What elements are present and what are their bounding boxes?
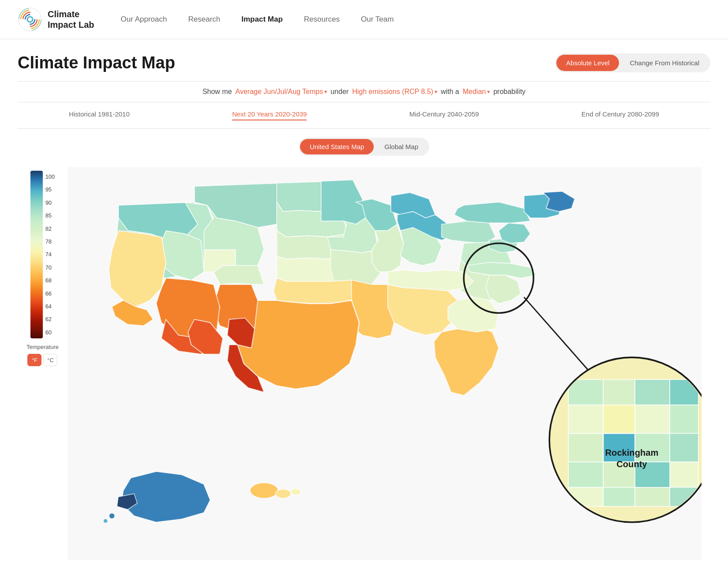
legend-title: Temperature	[26, 344, 59, 350]
legend-label-70: 70	[45, 262, 55, 274]
svg-rect-25	[568, 434, 603, 462]
under-label: under	[330, 88, 349, 96]
legend-label-82: 82	[45, 223, 55, 235]
legend-label-62: 62	[45, 313, 55, 325]
map-section: United States Map Global Map 100 95 90 8…	[18, 129, 710, 566]
legend-label-60: 60	[45, 326, 55, 338]
legend-label-66: 66	[45, 288, 55, 300]
logo-area: Climate Impact Lab	[18, 7, 94, 32]
svg-point-2	[25, 15, 35, 24]
svg-point-9	[250, 483, 278, 498]
svg-rect-23	[635, 405, 670, 434]
svg-rect-24	[670, 405, 698, 434]
svg-point-10	[275, 489, 290, 498]
svg-rect-19	[635, 379, 670, 405]
svg-rect-17	[568, 379, 603, 405]
filters-row: Show me Average Jun/Jul/Aug Temps under …	[18, 81, 710, 102]
svg-point-8	[104, 519, 108, 523]
page-header-row: Climate Impact Map Absolute Level Change…	[18, 53, 710, 72]
legend-color-bar	[30, 171, 43, 338]
nav-our-team[interactable]: Our Team	[361, 15, 394, 24]
legend-label-100: 100	[45, 171, 55, 183]
logo-icon	[18, 7, 42, 32]
probability-label: probability	[493, 88, 525, 96]
view-toggle-group: Absolute Level Change From Historical	[555, 53, 710, 72]
with-a-label: with a	[441, 88, 459, 96]
svg-text:County: County	[616, 459, 647, 469]
logo-line2: Impact Lab	[48, 19, 94, 30]
logo-text: Climate Impact Lab	[48, 9, 94, 30]
unit-toggle: °F °C	[27, 354, 57, 366]
page-title: Climate Impact Map	[18, 53, 175, 72]
variable-select[interactable]: Average Jun/Jul/Aug Temps	[236, 88, 327, 96]
svg-rect-32	[670, 462, 698, 487]
change-from-historical-button[interactable]: Change From Historical	[620, 55, 709, 71]
svg-point-11	[291, 489, 301, 495]
svg-rect-18	[603, 379, 635, 405]
legend: 100 95 90 85 82 78 74 70 68 66 64 62	[26, 166, 59, 561]
time-period-endcentury[interactable]: End of Century 2080-2099	[582, 110, 659, 120]
page-wrapper: Climate Impact Lab Our Approach Research…	[0, 0, 728, 566]
svg-rect-22	[603, 405, 635, 434]
map-toggle-group: United States Map Global Map	[299, 138, 429, 156]
svg-rect-21	[568, 405, 603, 434]
nav-resources[interactable]: Resources	[304, 15, 340, 24]
show-me-label: Show me	[203, 88, 232, 96]
legend-label-68: 68	[45, 274, 55, 286]
legend-label-90: 90	[45, 197, 55, 209]
svg-point-4	[21, 10, 39, 29]
celsius-button[interactable]: °C	[43, 354, 57, 366]
absolute-level-button[interactable]: Absolute Level	[556, 55, 619, 71]
us-map-button[interactable]: United States Map	[300, 139, 374, 154]
legend-label-74: 74	[45, 248, 55, 260]
svg-point-5	[19, 8, 41, 30]
time-period-next20[interactable]: Next 20 Years 2020-2039	[232, 110, 307, 120]
global-map-button[interactable]: Global Map	[375, 139, 428, 154]
map-container: 100 95 90 85 82 78 74 70 68 66 64 62	[18, 166, 710, 561]
legend-label-78: 78	[45, 236, 55, 247]
map-display[interactable]: Rockingham County	[68, 166, 702, 561]
time-periods-row: Historical 1981-2010 Next 20 Years 2020-…	[18, 102, 710, 129]
svg-rect-35	[635, 487, 670, 506]
svg-rect-34	[603, 487, 635, 506]
main-content: Climate Impact Map Absolute Level Change…	[0, 39, 728, 566]
time-period-midcentury[interactable]: Mid-Century 2040-2059	[409, 110, 479, 120]
logo-line1: Climate	[48, 9, 94, 19]
svg-text:Rockingham: Rockingham	[605, 448, 659, 457]
fahrenheit-button[interactable]: °F	[27, 354, 41, 366]
probability-select[interactable]: Median	[463, 88, 490, 96]
header: Climate Impact Lab Our Approach Research…	[0, 0, 728, 39]
legend-label-64: 64	[45, 300, 55, 312]
legend-label-85: 85	[45, 210, 55, 221]
nav-impact-map[interactable]: Impact Map	[241, 15, 283, 24]
svg-point-1	[27, 17, 33, 22]
legend-label-95: 95	[45, 184, 55, 195]
svg-rect-28	[670, 434, 698, 462]
nav-our-approach[interactable]: Our Approach	[121, 15, 167, 24]
svg-rect-29	[568, 462, 603, 487]
svg-point-7	[109, 514, 114, 518]
scenario-select[interactable]: High emissions (RCP 8.5)	[352, 88, 437, 96]
us-map-svg: Rockingham County	[68, 166, 702, 561]
nav-research[interactable]: Research	[188, 15, 220, 24]
main-nav: Our Approach Research Impact Map Resourc…	[121, 15, 710, 24]
time-period-historical[interactable]: Historical 1981-2010	[69, 110, 130, 120]
